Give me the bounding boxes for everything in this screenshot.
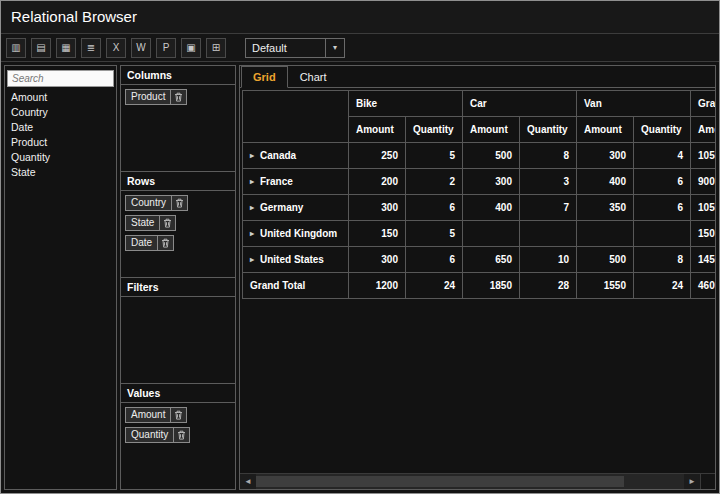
- field-item-state[interactable]: State: [5, 164, 116, 179]
- row-header-united-kingdom[interactable]: ▸United Kingdom: [243, 221, 349, 247]
- row-header-france[interactable]: ▸France: [243, 169, 349, 195]
- pivot-cell: 2: [406, 169, 463, 195]
- tab-chart[interactable]: Chart: [288, 66, 339, 87]
- field-item-product[interactable]: Product: [5, 134, 116, 149]
- chip-country-label[interactable]: Country: [125, 195, 172, 211]
- row-label: United Kingdom: [260, 228, 337, 239]
- pivot-grid: Bike Car Van Grand Total Amount Quantity…: [242, 90, 715, 299]
- chip-amount-label[interactable]: Amount: [125, 407, 171, 423]
- pivot-cell: 6: [406, 247, 463, 273]
- field-item-date[interactable]: Date: [5, 119, 116, 134]
- expand-all-icon[interactable]: ▥: [6, 38, 26, 58]
- field-item-quantity[interactable]: Quantity: [5, 149, 116, 164]
- delete-field-icon[interactable]: [171, 89, 187, 105]
- row-header-united-states[interactable]: ▸United States: [243, 247, 349, 273]
- row-header-canada[interactable]: ▸Canada: [243, 143, 349, 169]
- group-header-row: Bike Car Van Grand Total: [243, 91, 716, 117]
- measure-header[interactable]: Amount: [577, 117, 634, 143]
- row-header-germany[interactable]: ▸Germany: [243, 195, 349, 221]
- expand-arrow-icon[interactable]: ▸: [250, 229, 254, 238]
- column-group-car[interactable]: Car: [463, 91, 577, 117]
- pivot-cell: 1050: [691, 143, 715, 169]
- pivot-cell: 400: [463, 195, 520, 221]
- pivot-layout-glyph: ▦: [61, 42, 70, 53]
- delete-field-icon[interactable]: [174, 427, 190, 443]
- export-csv-icon[interactable]: ⊞: [206, 38, 226, 58]
- measure-header[interactable]: Quantity: [520, 117, 577, 143]
- delete-field-icon[interactable]: [158, 235, 174, 251]
- measure-header[interactable]: Quantity: [406, 117, 463, 143]
- measure-header[interactable]: Amount: [463, 117, 520, 143]
- column-group-van[interactable]: Van: [577, 91, 691, 117]
- export-word-icon[interactable]: W: [131, 38, 151, 58]
- measure-header[interactable]: Quantity: [634, 117, 691, 143]
- chip-quantity-label[interactable]: Quantity: [125, 427, 174, 443]
- pivot-cell: 200: [349, 169, 406, 195]
- pivot-cell: 1050: [691, 195, 715, 221]
- chip-state[interactable]: State: [125, 215, 176, 231]
- chip-amount[interactable]: Amount: [125, 407, 187, 423]
- expand-arrow-icon[interactable]: ▸: [250, 151, 254, 160]
- rows-chips: Country State Date: [121, 191, 235, 259]
- pivot-cell: 250: [349, 143, 406, 169]
- scrollbar-thumb[interactable]: [256, 476, 624, 487]
- chip-date[interactable]: Date: [125, 235, 174, 251]
- pivot-cell: 24: [634, 273, 691, 299]
- scroll-left-icon[interactable]: ◄: [240, 474, 256, 489]
- chip-product-label[interactable]: Product: [125, 89, 171, 105]
- tab-grid[interactable]: Grid: [241, 66, 288, 88]
- pivot-cell: [577, 221, 634, 247]
- pivot-cell: 300: [349, 195, 406, 221]
- pivot-layout-icon[interactable]: ▦: [56, 38, 76, 58]
- values-chips: Amount Quantity: [121, 403, 235, 451]
- pivot-cell: 1850: [463, 273, 520, 299]
- export-image-icon[interactable]: ▣: [181, 38, 201, 58]
- expand-arrow-icon[interactable]: ▸: [250, 255, 254, 264]
- chevron-down-icon[interactable]: ▾: [325, 39, 344, 57]
- delete-field-icon[interactable]: [160, 215, 176, 231]
- column-group-grand-total[interactable]: Grand Total: [691, 91, 715, 117]
- measure-header[interactable]: Amount: [691, 117, 715, 143]
- layout-dropdown[interactable]: Default ▾: [245, 38, 345, 58]
- filters-chips: [121, 297, 235, 305]
- export-pdf-icon[interactable]: P: [156, 38, 176, 58]
- columns-section-header: Columns: [121, 66, 235, 85]
- delete-field-icon[interactable]: [172, 195, 188, 211]
- chip-country[interactable]: Country: [125, 195, 188, 211]
- pivot-cell: 350: [577, 195, 634, 221]
- field-item-country[interactable]: Country: [5, 104, 116, 119]
- pivot-cell: 150: [349, 221, 406, 247]
- collapse-all-icon[interactable]: ▤: [31, 38, 51, 58]
- chip-quantity[interactable]: Quantity: [125, 427, 190, 443]
- delete-field-icon[interactable]: [171, 407, 187, 423]
- chip-state-label[interactable]: State: [125, 215, 160, 231]
- pivot-cell: 300: [463, 169, 520, 195]
- columns-chips: Product: [121, 85, 235, 113]
- relational-browser-window: Relational Browser ▥ ▤ ▦ ≣ X W P ▣ ⊞ Def…: [0, 0, 720, 494]
- measure-header[interactable]: Amount: [349, 117, 406, 143]
- export-excel-icon[interactable]: X: [106, 38, 126, 58]
- pivot-cell: 150: [691, 221, 715, 247]
- export-image-glyph: ▣: [186, 42, 195, 53]
- pivot-cell: 10: [520, 247, 577, 273]
- scroll-right-icon[interactable]: ►: [684, 474, 700, 489]
- expand-arrow-icon[interactable]: ▸: [250, 203, 254, 212]
- database-connection-icon[interactable]: ≣: [81, 38, 101, 58]
- chip-product[interactable]: Product: [125, 89, 187, 105]
- pivot-cell: 1450: [691, 247, 715, 273]
- pivot-cell: 24: [406, 273, 463, 299]
- pivot-row: ▸Canada 250 5 500 8 300 4 1050: [243, 143, 716, 169]
- search-input[interactable]: [7, 70, 114, 87]
- pivot-grid-area: Bike Car Van Grand Total Amount Quantity…: [240, 88, 715, 473]
- row-label: France: [260, 176, 293, 187]
- column-group-bike[interactable]: Bike: [349, 91, 463, 117]
- pivot-cell: 4600: [691, 273, 715, 299]
- expand-arrow-icon[interactable]: ▸: [250, 177, 254, 186]
- row-label: United States: [260, 254, 324, 265]
- values-section: Values Amount Quantity: [121, 384, 235, 489]
- field-item-amount[interactable]: Amount: [5, 89, 116, 104]
- pivot-cell: 6: [634, 195, 691, 221]
- scrollbar-track[interactable]: [256, 474, 684, 489]
- chip-date-label[interactable]: Date: [125, 235, 158, 251]
- horizontal-scrollbar[interactable]: ◄ ►: [240, 473, 715, 489]
